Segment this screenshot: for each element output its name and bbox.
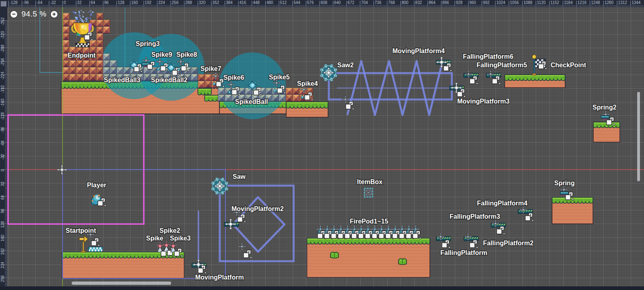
svg-text:1024: 1024 [496,0,506,5]
instance-icon-FallingPlatform3[interactable] [497,226,505,234]
svg-text:-256: -256 [0,58,5,66]
ruler-corner-box [1,1,6,6]
svg-text:384: 384 [226,0,233,5]
object-label-Spring3: Spring3 [136,40,160,47]
svg-text:1248: 1248 [591,0,600,5]
svg-text:736: 736 [375,0,382,5]
status-bar [0,286,644,290]
zoom-out-button[interactable]: − [10,10,18,18]
svg-text:-224: -224 [0,71,5,79]
svg-text:608: 608 [320,0,327,5]
instance-icon-Spike3[interactable] [174,249,182,257]
svg-text:1056: 1056 [510,0,519,5]
svg-text:1216: 1216 [578,0,587,5]
instance-icon-FallingPlatform2[interactable] [470,240,478,248]
svg-text:64: 64 [91,0,95,5]
horizontal-scrollbar[interactable] [72,282,171,285]
scene-layer: EndpointSpring3Spike9Spike8SpikedBall3Sp… [0,0,644,290]
svg-text:512: 512 [280,0,287,5]
object-label-Spring2: Spring2 [592,104,617,111]
object-label-Player: Player [87,182,106,188]
instance-icon-Startpoint[interactable] [91,238,99,246]
instance-icon-Saw2[interactable] [346,102,354,110]
object-Spring2[interactable] [601,116,609,120]
instance-icon-MovingPlatform2[interactable] [237,214,246,222]
object-ItemBox[interactable] [364,188,373,197]
scene-root: EndpointSpring3Spike9Spike8SpikedBall3Sp… [7,7,644,286]
svg-text:-288: -288 [0,44,5,52]
svg-text:1152: 1152 [551,0,559,5]
svg-text:896: 896 [442,0,449,5]
object-label-CheckPoint: CheckPoint [551,62,586,68]
svg-text:64: 64 [0,195,5,200]
svg-text:352: 352 [213,0,219,5]
object-Saw[interactable] [239,243,246,250]
svg-text:192: 192 [145,0,152,5]
object-Saw2[interactable] [320,64,337,81]
svg-text:-96: -96 [0,127,5,133]
svg-text:288: 288 [185,0,192,5]
svg-text:1312: 1312 [618,0,627,5]
svg-text:1280: 1280 [605,0,614,5]
grass-slab [198,88,212,95]
svg-text:32: 32 [77,0,82,5]
svg-text:320: 320 [199,0,206,5]
svg-text:544: 544 [293,0,300,5]
svg-text:-96: -96 [23,0,29,5]
tile-block-steel [103,60,117,67]
platform-P7 [593,122,620,142]
svg-text:832: 832 [415,0,422,5]
instance-icon-Saw[interactable] [244,250,252,258]
svg-text:-160: -160 [0,99,5,107]
object-label-MovingPlatform: MovingPlatform [195,274,244,281]
object-label-Endpoint: Endpoint [68,52,96,59]
zoom-in-button[interactable]: + [50,10,58,18]
svg-text:160: 160 [0,234,5,241]
object-label-Spike9: Spike9 [151,51,172,58]
ruler-corner [0,0,7,7]
object-SpikedBall[interactable] [247,80,258,91]
svg-text:160: 160 [131,0,138,5]
instance-icon-FallingPlatform[interactable] [442,240,450,248]
object-Saw2[interactable] [342,96,349,103]
svg-text:864: 864 [429,0,436,5]
svg-text:928: 928 [456,0,462,5]
object-label-FallingPlatform2: FallingPlatform2 [483,240,533,246]
instance-icon-FallingPlatform4[interactable] [525,213,533,221]
svg-text:256: 256 [0,275,5,282]
object-bush[interactable] [398,259,407,265]
object-label-FallingPlatform5: FallingPlatform5 [477,62,527,68]
object-bush[interactable] [330,252,339,258]
svg-text:-64: -64 [37,0,43,5]
platform-P8 [552,197,593,224]
svg-text:-320: -320 [0,31,5,39]
object-MovingPlatform2[interactable] [225,219,235,229]
svg-text:768: 768 [388,0,395,5]
svg-text:-192: -192 [0,85,5,93]
object-label-SpikedBall2: SpikedBall2 [151,77,188,83]
svg-text:128: 128 [0,221,5,228]
svg-text:1120: 1120 [537,0,546,5]
svg-text:-32: -32 [50,0,56,5]
svg-text:0: 0 [0,169,5,172]
platform-P3 [286,102,328,118]
svg-text:448: 448 [253,0,260,5]
level-editor: EndpointSpring3Spike9Spike8SpikedBall3Sp… [0,0,644,290]
object-FirePod15[interactable] [412,226,421,239]
object-label-SpikedBall3: SpikedBall3 [104,77,140,83]
object-label-FallingPlatform6: FallingPlatform6 [463,53,513,60]
svg-text:800: 800 [402,0,409,5]
svg-text:32: 32 [0,182,5,186]
tile-block-red [90,40,97,47]
vertical-scrollbar[interactable] [637,92,640,181]
object-Startpoint[interactable] [89,247,103,252]
object-label-Spike6: Spike6 [223,74,244,81]
svg-text:256: 256 [172,0,179,5]
svg-text:1344: 1344 [632,0,641,5]
object-label-Spike3: Spike3 [170,235,191,242]
svg-text:96: 96 [0,209,5,213]
object-Startpoint[interactable] [79,236,88,253]
svg-text:224: 224 [0,261,5,268]
svg-text:-64: -64 [0,140,5,146]
object-origin[interactable] [58,165,67,174]
